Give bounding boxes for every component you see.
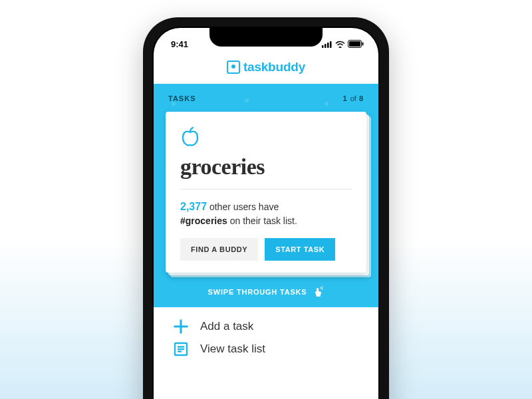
task-hashtag: #groceries xyxy=(180,215,227,226)
task-title: groceries xyxy=(180,154,352,180)
tasks-panel: TASKS 1 of 8 xyxy=(154,84,378,307)
status-time: 9:41 xyxy=(171,39,188,49)
task-stats: 2,377 other users have #groceries on the… xyxy=(180,199,352,227)
tasks-pager: 1 of 8 xyxy=(342,94,364,102)
apple-icon xyxy=(180,126,352,150)
find-buddy-button[interactable]: FIND A BUDDY xyxy=(180,238,258,261)
add-task-label: Add a task xyxy=(200,320,253,333)
wifi-icon xyxy=(335,41,345,48)
stat-count: 2,377 xyxy=(180,201,207,212)
card-actions: FIND A BUDDY START TASK xyxy=(180,238,352,261)
svg-rect-1 xyxy=(325,44,327,48)
tasks-label: TASKS xyxy=(168,94,196,102)
svg-rect-3 xyxy=(330,41,332,48)
phone-screen: 9:41 taskbuddy TASKS 1 of 8 xyxy=(154,28,378,399)
app-header: taskbuddy xyxy=(154,53,378,84)
tasks-header: TASKS 1 of 8 xyxy=(166,94,366,102)
list-icon xyxy=(172,342,190,356)
swipe-hint: SWIPE THROUGH TASKS xyxy=(166,282,366,299)
svg-point-8 xyxy=(322,289,323,290)
task-card-stack[interactable]: groceries 2,377 other users have #grocer… xyxy=(166,112,366,273)
svg-point-7 xyxy=(321,288,322,289)
battery-icon xyxy=(348,40,364,48)
start-task-button[interactable]: START TASK xyxy=(265,238,335,261)
divider xyxy=(180,189,352,190)
svg-rect-5 xyxy=(349,41,360,47)
phone-frame: 9:41 taskbuddy TASKS 1 of 8 xyxy=(143,17,389,399)
swipe-icon xyxy=(312,286,324,298)
app-logo-icon xyxy=(227,61,240,74)
svg-rect-6 xyxy=(362,43,364,46)
signal-icon xyxy=(322,41,332,48)
phone-notch xyxy=(209,28,323,47)
svg-rect-0 xyxy=(322,45,324,48)
view-list-label: View task list xyxy=(200,342,265,356)
status-indicators xyxy=(322,40,364,48)
task-card[interactable]: groceries 2,377 other users have #grocer… xyxy=(166,112,366,273)
plus-icon xyxy=(172,319,190,334)
bottom-actions: Add a task View task list xyxy=(154,307,378,368)
svg-point-9 xyxy=(322,287,323,288)
add-task-button[interactable]: Add a task xyxy=(172,319,360,334)
app-name: taskbuddy xyxy=(243,60,305,74)
view-list-button[interactable]: View task list xyxy=(172,342,360,356)
svg-rect-2 xyxy=(327,43,329,48)
